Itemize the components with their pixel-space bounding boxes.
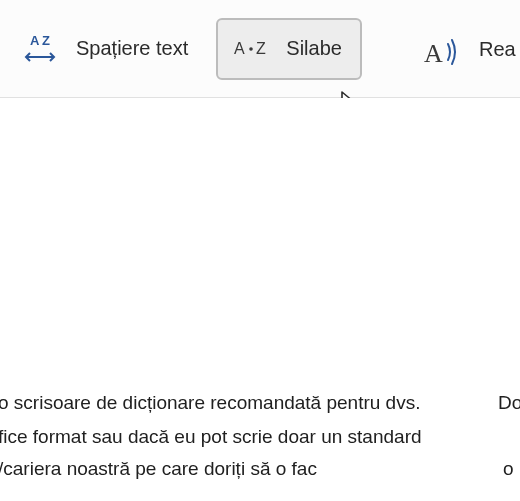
svg-text:A: A bbox=[30, 33, 40, 48]
document-line: fice format sau dacă eu pot scrie doar u… bbox=[0, 426, 422, 448]
syllables-label: Silabe bbox=[286, 37, 342, 60]
document-right-fragment: o bbox=[503, 458, 514, 480]
read-aloud-label-fragment: Rea bbox=[479, 38, 516, 61]
svg-text:A: A bbox=[424, 39, 443, 68]
document-area: o scrisoare de dicționare recomandată pe… bbox=[0, 98, 520, 501]
document-right-fragment: Do bbox=[498, 392, 520, 414]
text-spacing-button[interactable]: A Z Spațiere text bbox=[4, 18, 208, 80]
svg-text:Z: Z bbox=[42, 33, 50, 48]
syllables-icon: A Z bbox=[232, 34, 270, 64]
text-spacing-label: Spațiere text bbox=[76, 37, 188, 60]
syllables-button[interactable]: A Z Silabe bbox=[216, 18, 362, 80]
document-line: /cariera noastră pe care doriți să o fac bbox=[0, 458, 317, 480]
svg-text:Z: Z bbox=[256, 40, 266, 57]
svg-point-4 bbox=[249, 47, 253, 51]
text-spacing-icon: A Z bbox=[20, 31, 60, 67]
svg-text:A: A bbox=[234, 40, 245, 57]
document-line: o scrisoare de dicționare recomandată pe… bbox=[0, 392, 420, 414]
read-aloud-icon[interactable]: A bbox=[422, 34, 462, 74]
